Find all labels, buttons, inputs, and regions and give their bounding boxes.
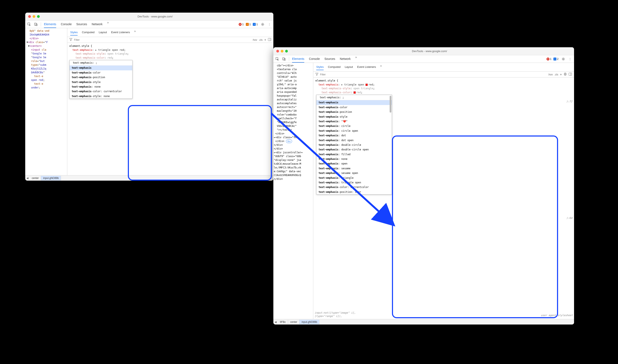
close-dot-icon[interactable] — [276, 50, 279, 52]
dom-line[interactable]: autocompletes — [274, 102, 313, 105]
dom-line[interactable]: <input cla — [27, 48, 66, 52]
dom-line[interactable]: "Google Se — [27, 52, 66, 55]
dom-line[interactable]: IAxUqWUEAHQU4 — [27, 33, 66, 37]
selector-line[interactable]: element.style { — [69, 44, 271, 48]
css-subproperty[interactable]: text-emphasis-color: red; — [316, 91, 572, 94]
ac-item[interactable]: text-emphasis-style: none — [69, 94, 132, 99]
dom-line[interactable]: Q4dUDCBs" — [27, 71, 66, 74]
subtab-event-listeners[interactable]: Event Listeners — [357, 64, 376, 70]
dom-line[interactable]: y29d;" aria-a — [274, 83, 313, 86]
crumb-item[interactable]: center — [30, 176, 41, 181]
ac-item[interactable]: text-emphasis-style — [69, 80, 132, 84]
dom-line[interactable]: type="subm — [27, 63, 66, 67]
close-dot-icon[interactable] — [28, 15, 31, 18]
dom-line[interactable]: under; — [27, 86, 66, 90]
subtab-layout[interactable]: Layout — [345, 64, 353, 70]
minimize-dot-icon[interactable] — [281, 50, 283, 52]
subtab-styles[interactable]: Styles — [70, 29, 78, 36]
filter-input[interactable] — [320, 73, 546, 76]
subtab-computed[interactable]: Computed — [82, 29, 95, 36]
ac-item[interactable]: text-emphasis-color: currentcolor — [69, 89, 132, 94]
tab-elements[interactable]: Elements — [44, 21, 56, 28]
dom-line[interactable]: open red; — [27, 78, 66, 82]
inspect-icon[interactable] — [27, 23, 31, 26]
errors-badge[interactable]: ✕1 — [239, 23, 244, 26]
errors-badge[interactable]: ✕1 — [547, 58, 551, 61]
computed-toggle-icon[interactable] — [569, 72, 572, 77]
dom-line[interactable]: text-e — [27, 74, 66, 78]
maximize-dot-icon[interactable] — [37, 15, 40, 18]
styles-content[interactable]: element.style { text-emphasis: ▸ triangl… — [67, 43, 273, 175]
kebab-icon[interactable]: ⋮ — [568, 57, 572, 61]
device-icon[interactable] — [282, 57, 286, 61]
tab-console[interactable]: Console — [61, 21, 71, 28]
ac-input-row[interactable]: text-emphasis: ; — [316, 95, 392, 100]
ac-item[interactable]: text-emphasis-color — [69, 70, 132, 75]
subtab-styles[interactable]: Styles — [316, 64, 324, 70]
dom-line[interactable]: KEwjS1ZLIq — [27, 67, 66, 71]
css-subproperty[interactable]: text-emphasis-style: open triangle; — [316, 87, 572, 91]
dom-tree[interactable]: 8pb" data-ved IAxUqWUEAHQU4 </div> ▼<div… — [25, 28, 67, 175]
dom-line[interactable]: role="but — [27, 59, 66, 63]
color-swatch-icon[interactable] — [354, 91, 356, 94]
cls-toggle[interactable]: .cls — [259, 39, 263, 41]
gear-icon[interactable] — [261, 23, 264, 26]
maximize-dot-icon[interactable] — [285, 50, 288, 52]
device-icon[interactable] — [34, 23, 38, 26]
dom-line[interactable]: 8pb" data-ved — [27, 29, 66, 33]
new-rule-icon[interactable]: + — [264, 38, 266, 42]
ac-input-row[interactable]: text-emphasis: ; — [69, 60, 132, 65]
dom-line[interactable]: autocapitaliz — [274, 98, 313, 102]
computed-toggle-icon[interactable] — [268, 38, 271, 42]
filter-input[interactable] — [74, 39, 251, 41]
rule-source-link[interactable]: ):72 — [566, 100, 572, 104]
dom-line[interactable]: </div> — [27, 37, 66, 40]
dom-line[interactable]: aria-expanded — [274, 90, 313, 94]
css-declaration[interactable]: text-emphasis: ▸ triangle open red; — [316, 83, 572, 87]
crumb-item[interactable]: input.gNO89b — [41, 176, 61, 181]
ac-item[interactable]: text-emphasis: none — [69, 84, 132, 89]
rule-source-link[interactable]: ):64 — [566, 216, 572, 220]
gear-icon[interactable] — [562, 57, 565, 61]
tab-sources[interactable]: Sources — [324, 55, 335, 63]
subtab-layout[interactable]: Layout — [99, 29, 107, 36]
color-swatch-icon[interactable] — [365, 84, 368, 86]
crumb-item[interactable]: 9FBc — [278, 320, 288, 324]
dom-line[interactable]: rch" value js — [274, 79, 313, 83]
hov-toggle[interactable]: :hov — [548, 73, 553, 76]
dom-line[interactable]: autocorrect=" — [274, 105, 313, 109]
subtab-event-listeners[interactable]: Event Listeners — [111, 29, 130, 36]
more-subtabs-icon[interactable]: » — [134, 29, 136, 36]
hov-toggle[interactable]: :hov — [252, 39, 257, 41]
dom-line[interactable]: text-e — [27, 82, 66, 86]
dom-line[interactable]: ▼<div class="F — [27, 40, 66, 44]
more-tabs-icon[interactable]: » — [355, 55, 357, 63]
ac-item[interactable]: text-emphasis-color — [316, 105, 392, 110]
dom-line[interactable]: aria-autocomp — [274, 86, 313, 90]
dom-line[interactable]: cQv"></div> — [274, 64, 313, 67]
issues-badge[interactable]: !2 — [553, 58, 559, 61]
crumb-item[interactable]: center — [288, 320, 300, 324]
css-subproperty[interactable]: text-emphasis-style: open triangle; — [69, 52, 271, 56]
css-declaration[interactable]: text-emphasis: ▸ triangle open red; — [69, 48, 271, 52]
more-subtabs-icon[interactable]: » — [380, 64, 382, 70]
crumb-left-icon[interactable]: ◀ — [273, 321, 278, 324]
tab-network[interactable]: Network — [92, 21, 102, 28]
ac-item[interactable]: text-emphasis-position — [69, 75, 132, 80]
dom-line[interactable]: "Alh6id" auto — [274, 75, 313, 79]
inspect-icon[interactable] — [275, 57, 279, 61]
tab-sources[interactable]: Sources — [76, 21, 87, 28]
filter-icon[interactable] — [69, 38, 72, 42]
dom-line[interactable]: controls="Alh — [274, 71, 313, 75]
dom-line[interactable]: "Google Se — [27, 55, 66, 59]
new-rule-icon[interactable]: + — [560, 73, 562, 77]
ac-item[interactable]: text-emphasis — [316, 100, 392, 105]
tab-elements[interactable]: Elements — [292, 55, 304, 63]
issues-badge[interactable]: !1 — [253, 23, 258, 26]
css-subproperty[interactable]: text-emphasis-color: red; — [69, 56, 271, 60]
selector-line[interactable]: element.style { — [316, 79, 572, 83]
crumb-item[interactable]: input.gNO89b — [300, 320, 319, 324]
cls-toggle[interactable]: .cls — [554, 73, 558, 76]
subtab-computed[interactable]: Computed — [328, 64, 341, 70]
dom-line[interactable]: haspopup="fal — [274, 94, 313, 98]
